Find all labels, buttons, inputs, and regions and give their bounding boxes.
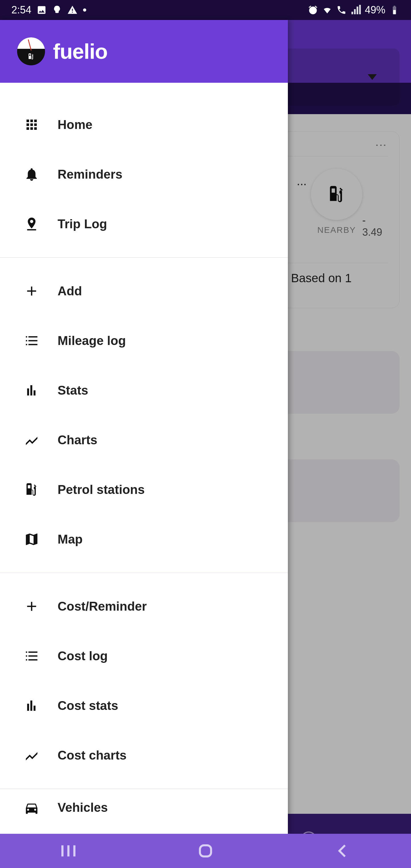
nav-item-label: Trip Log [58,217,107,231]
status-left: 2:54 [11,4,87,16]
nav-item-cost-charts[interactable]: Cost charts [0,731,288,780]
list-icon [24,333,39,348]
dot-icon [83,8,87,12]
plus-icon [24,283,39,299]
nav-item-label: Map [58,532,83,547]
nav-item-cost-reminder[interactable]: Cost/Reminder [0,582,288,631]
status-time: 2:54 [11,4,31,16]
battery-icon [389,5,400,15]
drawer-divider [0,257,288,258]
bell-icon [24,167,39,182]
nav-item-cost-stats[interactable]: Cost stats [0,681,288,731]
nav-item-label: Cost stats [58,699,118,713]
nav-item-charts[interactable]: Charts [0,415,288,465]
nav-item-label: Cost/Reminder [58,599,147,614]
line-chart-icon [24,748,39,763]
picture-icon [36,5,47,15]
car-icon [24,800,39,816]
signal-icon [350,5,361,15]
nav-item-mileage-log[interactable]: Mileage log [0,316,288,366]
recents-button[interactable] [59,844,78,858]
bar-chart-icon [24,698,39,713]
nav-item-reminders[interactable]: Reminders [0,150,288,199]
nav-item-label: Cost charts [58,748,127,763]
drawer-header: fuelio [0,20,288,83]
nav-item-add[interactable]: Add [0,266,288,316]
nav-item-label: Vehicles [58,800,108,815]
nav-item-label: Petrol stations [58,483,145,497]
status-bar: 2:54 49% [0,0,411,20]
nav-item-label: Stats [58,383,88,398]
nav-item-map[interactable]: Map [0,515,288,564]
svg-point-0 [83,8,86,11]
map-icon [24,532,39,547]
drawer-scroll[interactable]: Home Reminders Trip Log Add [0,83,288,834]
nav-item-label: Home [58,118,92,132]
status-right: 49% [308,4,400,16]
nav-item-label: Mileage log [58,334,126,348]
back-button[interactable] [333,844,352,858]
home-button[interactable] [196,844,215,858]
nav-item-label: Charts [58,433,97,447]
alarm-icon [308,5,318,15]
bar-chart-icon [24,383,39,398]
nav-item-label: Add [58,284,82,298]
nav-item-stats[interactable]: Stats [0,366,288,415]
app-name: fuelio [53,39,107,64]
fuel-warn-icon [67,5,77,15]
status-battery-pct: 49% [365,4,385,16]
nav-item-vehicles[interactable]: Vehicles [0,798,288,820]
app-logo-icon [17,37,45,65]
nav-item-label: Cost log [58,649,108,663]
pin-icon [24,216,39,232]
line-chart-icon [24,432,39,448]
grid-icon [24,117,39,132]
nav-item-label: Reminders [58,167,122,182]
bulb-icon [52,5,62,15]
system-nav-bar [0,834,411,868]
nav-drawer: fuelio Home Reminders Trip Log [0,20,288,834]
svg-rect-1 [200,845,211,856]
list-icon [24,648,39,664]
wifi-icon [322,5,332,15]
nav-item-trip-log[interactable]: Trip Log [0,199,288,249]
nav-item-home[interactable]: Home [0,100,288,150]
wifi-call-icon [336,5,347,15]
fuel-pump-icon [24,482,39,497]
nav-item-petrol-stations[interactable]: Petrol stations [0,465,288,515]
plus-icon [24,599,39,614]
nav-item-cost-log[interactable]: Cost log [0,631,288,681]
